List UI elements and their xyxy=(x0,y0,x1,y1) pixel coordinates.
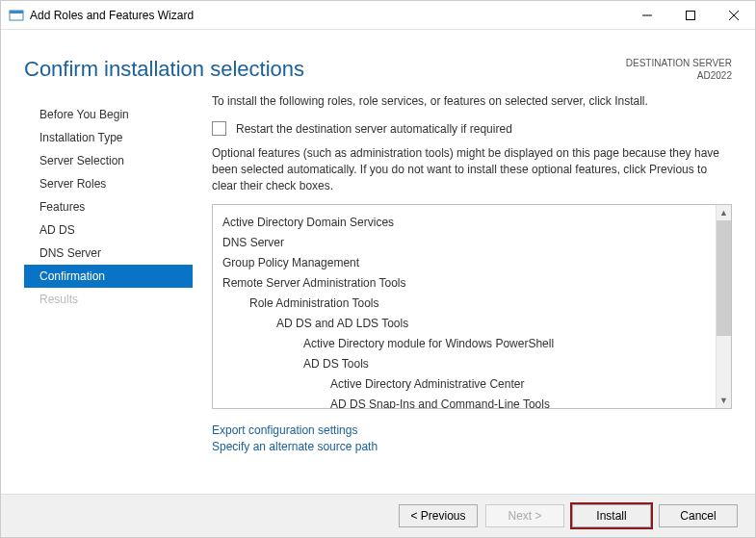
tree-content: Active Directory Domain Services DNS Ser… xyxy=(213,205,716,408)
tree-item: Active Directory Domain Services xyxy=(222,213,716,233)
optional-note: Optional features (such as administratio… xyxy=(212,145,732,194)
scroll-down-icon[interactable]: ▼ xyxy=(717,393,731,408)
window-controls xyxy=(625,1,755,29)
tree-item: Role Administration Tools xyxy=(222,294,716,314)
destination-server: AD2022 xyxy=(626,69,732,82)
sidebar-item-server-roles[interactable]: Server Roles xyxy=(24,172,193,195)
restart-row: Restart the destination server automatic… xyxy=(212,121,732,136)
scroll-up-icon[interactable]: ▲ xyxy=(717,205,731,220)
scrollbar[interactable]: ▲ ▼ xyxy=(716,205,731,408)
next-button: Next > xyxy=(485,504,564,527)
footer: < Previous Next > Install Cancel xyxy=(1,494,755,537)
body: Before You Begin Installation Type Serve… xyxy=(1,93,755,512)
scroll-track[interactable] xyxy=(717,336,731,393)
page-title: Confirm installation selections xyxy=(24,57,304,82)
tree-item: Active Directory Administrative Center xyxy=(222,374,716,395)
tree-item: AD DS and AD LDS Tools xyxy=(222,314,716,334)
tree-item: Active Directory module for Windows Powe… xyxy=(222,334,716,354)
sidebar-item-server-selection[interactable]: Server Selection xyxy=(24,149,193,172)
sidebar-item-installation-type[interactable]: Installation Type xyxy=(24,126,193,149)
install-button[interactable]: Install xyxy=(572,504,651,527)
maximize-button[interactable] xyxy=(668,1,712,29)
scroll-thumb[interactable] xyxy=(717,220,731,336)
tree-item: Remote Server Administration Tools xyxy=(222,273,716,294)
intro-text: To install the following roles, role ser… xyxy=(212,93,732,110)
minimize-button[interactable] xyxy=(625,1,668,29)
tree-item: AD DS Tools xyxy=(222,354,716,374)
destination-info: DESTINATION SERVER AD2022 xyxy=(626,57,732,82)
tree-item: DNS Server xyxy=(222,233,716,253)
header: Confirm installation selections DESTINAT… xyxy=(1,30,755,93)
svg-rect-1 xyxy=(10,11,23,13)
tree-item: Group Policy Management xyxy=(222,253,716,273)
destination-label: DESTINATION SERVER xyxy=(626,57,732,69)
svg-rect-3 xyxy=(686,11,694,19)
previous-button[interactable]: < Previous xyxy=(399,504,478,527)
sidebar: Before You Begin Installation Type Serve… xyxy=(24,93,193,512)
sidebar-item-ad-ds[interactable]: AD DS xyxy=(24,218,193,242)
main-panel: To install the following roles, role ser… xyxy=(193,93,732,512)
titlebar: Add Roles and Features Wizard xyxy=(1,1,755,30)
sidebar-item-results: Results xyxy=(24,288,193,311)
cancel-button[interactable]: Cancel xyxy=(659,504,738,527)
window-title: Add Roles and Features Wizard xyxy=(30,9,625,22)
sidebar-item-before-you-begin[interactable]: Before You Begin xyxy=(24,103,193,126)
close-button[interactable] xyxy=(712,1,755,29)
tree-item: AD DS Snap-Ins and Command-Line Tools xyxy=(222,395,716,408)
specify-source-link[interactable]: Specify an alternate source path xyxy=(212,439,732,455)
export-config-link[interactable]: Export configuration settings xyxy=(212,423,732,439)
restart-checkbox-label: Restart the destination server automatic… xyxy=(236,122,512,136)
app-icon xyxy=(9,8,24,23)
restart-checkbox[interactable] xyxy=(212,121,226,136)
links: Export configuration settings Specify an… xyxy=(212,423,732,455)
selections-tree: Active Directory Domain Services DNS Ser… xyxy=(212,204,732,409)
sidebar-item-confirmation[interactable]: Confirmation xyxy=(24,265,193,288)
sidebar-item-features[interactable]: Features xyxy=(24,195,193,218)
sidebar-item-dns-server[interactable]: DNS Server xyxy=(24,242,193,265)
